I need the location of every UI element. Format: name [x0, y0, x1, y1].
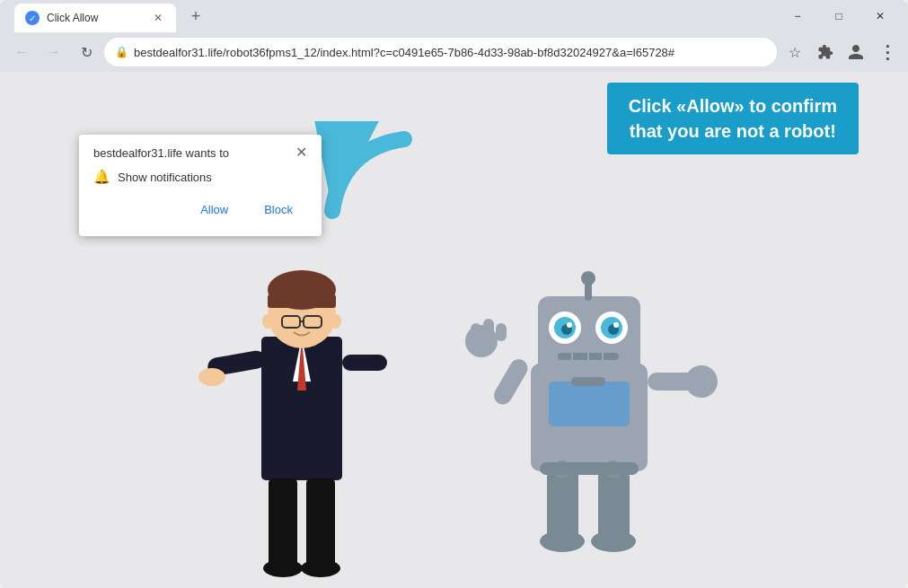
- maximize-button[interactable]: □: [818, 2, 860, 31]
- svg-rect-14: [342, 355, 387, 371]
- svg-rect-36: [571, 377, 605, 386]
- page-background: Click «Allow» to confirm that you are no…: [0, 72, 908, 588]
- popup-buttons: Allow Block: [93, 197, 307, 222]
- svg-point-43: [685, 365, 718, 398]
- block-button[interactable]: Block: [250, 197, 307, 222]
- lock-icon: 🔒: [115, 46, 128, 58]
- main-content: Click «Allow» to confirm that you are no…: [0, 72, 908, 588]
- svg-rect-50: [540, 462, 639, 475]
- svg-point-28: [567, 322, 572, 328]
- svg-point-13: [198, 368, 225, 386]
- title-bar: Click Allow ✕ + − □ ✕: [0, 0, 908, 32]
- address-bar-row: ← → ↻ 🔒 bestdealfor31.life/robot36fpms1_…: [0, 32, 908, 72]
- svg-point-18: [301, 559, 340, 577]
- svg-point-10: [262, 314, 273, 329]
- reload-button[interactable]: ↻: [72, 38, 101, 66]
- tab-close-button[interactable]: ✕: [151, 11, 165, 25]
- window-controls: − □ ✕: [777, 2, 901, 31]
- popup-title: bestdealfor31.life wants to: [93, 146, 229, 160]
- svg-point-29: [613, 322, 619, 328]
- popup-item-text: Show notifications: [118, 171, 212, 184]
- toolbar-icons: ☆ ⋮: [780, 38, 901, 66]
- svg-point-17: [263, 559, 303, 577]
- svg-rect-6: [268, 294, 336, 308]
- svg-point-47: [591, 531, 636, 552]
- svg-rect-44: [547, 470, 578, 541]
- tab-bar: Click Allow ✕ +: [7, 0, 777, 32]
- tab-title: Click Allow: [47, 12, 144, 24]
- address-bar[interactable]: 🔒 bestdealfor31.life/robot36fpms1_12/ind…: [104, 38, 777, 66]
- svg-point-46: [540, 531, 585, 552]
- svg-rect-16: [306, 478, 335, 568]
- svg-point-11: [331, 314, 341, 329]
- new-tab-button[interactable]: +: [180, 4, 212, 29]
- back-button[interactable]: ←: [7, 38, 36, 66]
- svg-rect-37: [490, 356, 531, 408]
- menu-button[interactable]: ⋮: [872, 38, 901, 66]
- svg-rect-41: [496, 323, 507, 341]
- svg-rect-39: [471, 323, 481, 341]
- forward-button[interactable]: →: [40, 38, 68, 66]
- bookmark-button[interactable]: ☆: [780, 38, 809, 66]
- svg-rect-15: [269, 478, 297, 568]
- svg-rect-20: [549, 382, 630, 426]
- svg-rect-40: [483, 319, 494, 337]
- minimize-button[interactable]: −: [777, 2, 818, 31]
- notification-popup: bestdealfor31.life wants to ✕ 🔔 Show not…: [79, 135, 322, 236]
- popup-notification-item: 🔔 Show notifications: [93, 169, 307, 185]
- extensions-button[interactable]: [811, 38, 840, 66]
- popup-close-button[interactable]: ✕: [295, 145, 307, 160]
- allow-button[interactable]: Allow: [186, 197, 242, 222]
- svg-point-31: [581, 271, 595, 285]
- popup-header: bestdealfor31.life wants to ✕: [93, 145, 307, 160]
- svg-rect-45: [598, 470, 630, 541]
- account-button[interactable]: [842, 38, 870, 66]
- url-text: bestdealfor31.life/robot36fpms1_12/index…: [134, 46, 766, 59]
- bell-icon: 🔔: [93, 169, 110, 185]
- active-tab[interactable]: Click Allow ✕: [14, 4, 176, 32]
- chrome-window: Click Allow ✕ + − □ ✕ ← → ↻ 🔒 bestdealfo…: [0, 0, 908, 588]
- close-button[interactable]: ✕: [860, 2, 901, 31]
- tab-favicon: [25, 11, 40, 25]
